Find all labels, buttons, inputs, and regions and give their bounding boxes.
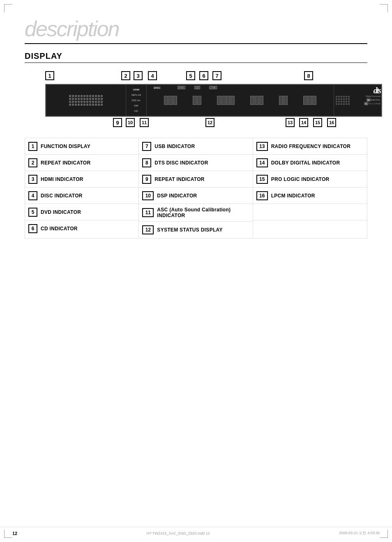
diagram-num-12: 12: [205, 118, 214, 127]
table-row: 3 HDMI INDICATOR: [25, 171, 138, 188]
table-row: 7 USB INDICATOR: [139, 138, 252, 155]
indicator-num: 14: [256, 158, 268, 167]
diagram-num-10: 10: [126, 118, 135, 127]
section-heading: DISPLAY: [25, 51, 367, 63]
diagram-num-13: 13: [286, 118, 295, 127]
indicator-num: 15: [256, 175, 268, 184]
lcd-panel: HDMI REP1 A-B DISC ALL DSP ASC DISC: [45, 84, 382, 117]
diagram-num-8: 8: [304, 71, 313, 80]
table-row: 14 DOLBY DIGITAL INDICATOR: [253, 155, 367, 171]
diagram-num-1: 1: [45, 71, 54, 80]
indicator-label: RADIO FREQUENCY INDICATOR: [271, 144, 351, 149]
diagram-num-11: 11: [140, 118, 149, 127]
indicator-num: 16: [256, 191, 268, 200]
indicator-num: 11: [142, 208, 154, 217]
indicator-label: REPEAT INDICATOR: [41, 160, 90, 166]
diagram-num-2: 2: [121, 71, 130, 80]
indicator-num: 1: [28, 142, 37, 151]
table-row: 2 REPEAT INDICATOR: [25, 155, 138, 171]
indicator-num: 12: [142, 225, 154, 234]
table-row: 6 CD INDICATOR: [25, 220, 138, 237]
indicator-label: SYSTEM STATUS DISPLAY: [157, 227, 222, 233]
indicator-label: DSP INDICATOR: [157, 193, 197, 199]
indicator-num: 4: [28, 191, 37, 200]
indicator-label: HDMI INDICATOR: [41, 176, 83, 182]
indicator-num: 6: [28, 224, 37, 233]
indicator-label: LPCM INDICATOR: [271, 193, 315, 199]
diagram-num-15: 15: [313, 118, 322, 127]
indicator-label: CD INDICATOR: [41, 226, 78, 232]
table-col-3: 13 RADIO FREQUENCY INDICATOR 14 DOLBY DI…: [253, 138, 367, 238]
table-col-1: 1 FUNCTION DISPLAY 2 REPEAT INDICATOR 3 …: [25, 138, 139, 238]
indicator-num: 10: [142, 191, 154, 200]
table-col-2: 7 USB INDICATOR 8 DTS DISC INDICATOR 9 R…: [139, 138, 253, 238]
indicator-label: DTS DISC INDICATOR: [154, 160, 208, 166]
indicator-num: 2: [28, 158, 37, 167]
diagram-num-3: 3: [134, 71, 143, 80]
page-title: description: [25, 16, 367, 44]
table-row-empty: [253, 204, 367, 220]
indicator-label: REPEAT INDICATOR: [154, 176, 204, 182]
page-number: 12: [12, 531, 17, 536]
indicator-label: PRO LOGIC INDICATOR: [271, 176, 330, 182]
indicator-label: DVD INDICATOR: [41, 209, 81, 215]
indicator-label: DISC INDICATOR: [41, 193, 83, 199]
table-row: 8 DTS DISC INDICATOR: [139, 155, 252, 171]
footer-filename: HT-TWZ415_XAC_ENG_0320.indd 12: [147, 531, 210, 535]
indicator-label: DOLBY DIGITAL INDICATOR: [271, 160, 340, 166]
footer-date: 2008-03-21 오전 4:03:36: [339, 530, 380, 536]
indicator-num: 13: [256, 142, 268, 151]
diagram-num-6: 6: [199, 71, 208, 80]
table-row: 13 RADIO FREQUENCY INDICATOR: [253, 138, 367, 155]
table-row: 10 DSP INDICATOR: [139, 188, 252, 204]
indicator-num: 7: [142, 142, 151, 151]
indicators-table: 1 FUNCTION DISPLAY 2 REPEAT INDICATOR 3 …: [25, 138, 367, 239]
page-footer: 12 HT-TWZ415_XAC_ENG_0320.indd 12 2008-0…: [0, 527, 392, 536]
table-row: 12 SYSTEM STATUS DISPLAY: [139, 222, 252, 238]
table-row: 11 ASC (Auto Sound Calibration) INDICATO…: [139, 204, 252, 222]
diagram-num-16: 16: [327, 118, 336, 127]
table-row: 9 REPEAT INDICATOR: [139, 171, 252, 188]
indicator-num: 5: [28, 208, 37, 217]
indicator-label: FUNCTION DISPLAY: [41, 144, 90, 149]
table-row: 5 DVD INDICATOR: [25, 204, 138, 220]
indicator-label: ASC (Auto Sound Calibration) INDICATOR: [157, 207, 249, 218]
table-row: 4 DISC INDICATOR: [25, 188, 138, 204]
table-row: 15 PRO LOGIC INDICATOR: [253, 171, 367, 188]
table-row-empty: [253, 220, 367, 237]
table-row: 1 FUNCTION DISPLAY: [25, 138, 138, 155]
indicator-num: 3: [28, 175, 37, 184]
diagram-num-14: 14: [299, 118, 308, 127]
display-diagram: 1 2 3 4 5 6 7 8: [25, 71, 367, 130]
table-row: 16 LPCM INDICATOR: [253, 188, 367, 204]
indicator-label: USB INDICATOR: [154, 144, 195, 149]
diagram-num-5: 5: [186, 71, 195, 80]
diagram-num-9: 9: [113, 118, 122, 127]
diagram-num-4: 4: [148, 71, 157, 80]
indicator-num: 8: [142, 158, 151, 167]
diagram-num-7: 7: [212, 71, 221, 80]
indicator-num: 9: [142, 175, 151, 184]
